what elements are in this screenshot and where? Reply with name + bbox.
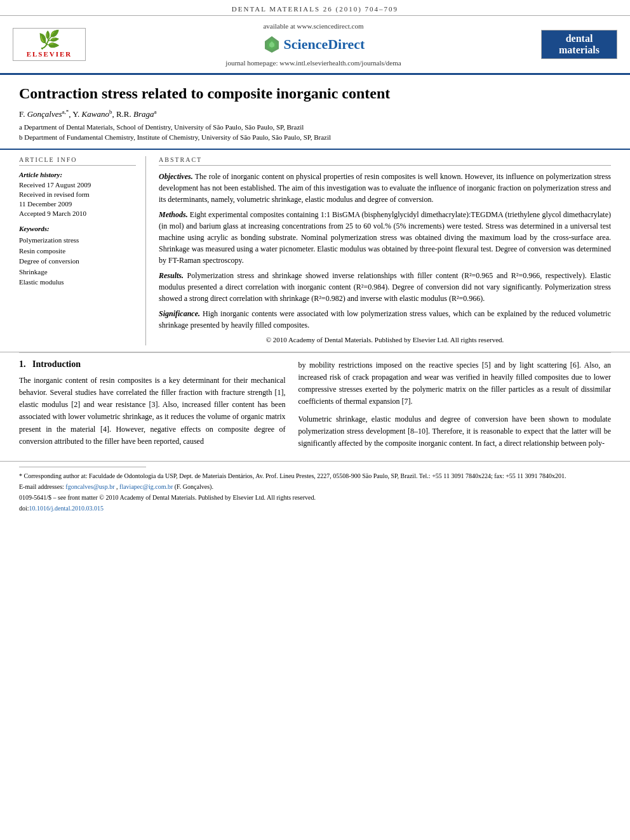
abstract-panel: ABSTRACT Objectives. The role of inorgan… bbox=[159, 156, 611, 345]
abstract-heading: ABSTRACT bbox=[159, 156, 611, 166]
email-suffix: (F. Gonçalves). bbox=[175, 483, 213, 490]
article-title: Contraction stress related to composite … bbox=[19, 85, 611, 102]
objectives-body: The role of inorganic content on physica… bbox=[159, 172, 611, 204]
sciencedirect-icon bbox=[262, 35, 281, 54]
center-banner: available at www.sciencedirect.com Scien… bbox=[86, 22, 541, 67]
results-label: Results. bbox=[159, 271, 184, 280]
elsevier-wordmark: ELSEVIER bbox=[16, 50, 83, 58]
keyword-1: Polymerization stress bbox=[19, 235, 136, 246]
doi-link[interactable]: 10.1016/j.dental.2010.03.015 bbox=[29, 505, 104, 512]
journal-header-text: DENTAL MATERIALS 26 (2010) 704–709 bbox=[232, 5, 398, 13]
dental-materials-label: dentalmaterials bbox=[544, 33, 614, 55]
abstract-significance: Significance. High inorganic contents we… bbox=[159, 308, 611, 331]
sciencedirect-text: ScienceDirect bbox=[284, 36, 365, 53]
section-title: Introduction bbox=[32, 359, 81, 369]
results-body: Polymerization stress and shrinkage show… bbox=[159, 271, 611, 303]
email-label: E-mail addresses: bbox=[19, 483, 64, 490]
abstract-copyright: © 2010 Academy of Dental Materials. Publ… bbox=[159, 335, 611, 345]
keywords-label: Keywords: bbox=[19, 225, 136, 232]
sciencedirect-logo: ScienceDirect bbox=[262, 35, 365, 54]
affiliation-b: b Department of Fundamental Chemistry, I… bbox=[19, 133, 611, 141]
methods-label: Methods. bbox=[159, 210, 188, 219]
authors-line: F. Gonçalvesa,*, Y. Kawanob, R.R. Bragaa bbox=[19, 109, 611, 119]
email-2-link[interactable]: flaviapec@ig.com.br bbox=[119, 483, 173, 490]
significance-body: High inorganic contents were associated … bbox=[159, 309, 611, 330]
received-revised-date: 11 December 2009 bbox=[19, 200, 136, 208]
intro-p1-text: The inorganic content of resin composite… bbox=[19, 375, 286, 448]
email-line: E-mail addresses: fgoncalves@usp.br , fl… bbox=[19, 482, 611, 491]
journal-homepage: journal homepage: www.intl.elsevierhealt… bbox=[98, 59, 528, 67]
email-1-link[interactable]: fgoncalves@usp.br bbox=[65, 483, 114, 490]
abstract-methods: Methods. Eight experimental composites c… bbox=[159, 209, 611, 266]
keyword-5: Elastic modulus bbox=[19, 277, 136, 288]
elsevier-logo: 🌿 ELSEVIER bbox=[13, 28, 86, 61]
abstract-text: Objectives. The role of inorganic conten… bbox=[159, 171, 611, 345]
methods-body: Eight experimental composites containing… bbox=[159, 210, 611, 265]
intro-right-p1: by mobility restrictions imposed on the … bbox=[298, 359, 611, 408]
available-text: available at www.sciencedirect.com bbox=[98, 22, 528, 30]
section-number: 1. bbox=[19, 359, 26, 369]
section-heading: 1. Introduction bbox=[19, 359, 286, 370]
footnote-divider bbox=[19, 467, 146, 467]
corresponding-author-note: * Corresponding author at: Faculdade de … bbox=[19, 471, 611, 481]
received-revised-label: Received in revised form bbox=[19, 190, 136, 198]
intro-paragraph-right-1: by mobility restrictions imposed on the … bbox=[298, 359, 611, 450]
body-section: 1. Introduction The inorganic content of… bbox=[0, 353, 630, 461]
history-label: Article history: bbox=[19, 171, 136, 178]
doi-line: doi:10.1016/j.dental.2010.03.015 bbox=[19, 503, 611, 513]
article-info-panel: ARTICLE INFO Article history: Received 1… bbox=[19, 156, 146, 345]
abstract-results: Results. Polymerization stress and shrin… bbox=[159, 270, 611, 304]
received-1: Received 17 August 2009 bbox=[19, 181, 136, 189]
keywords-list: Polymerization stress Resin composite De… bbox=[19, 235, 136, 288]
accepted-date: Accepted 9 March 2010 bbox=[19, 210, 136, 217]
body-right: by mobility restrictions imposed on the … bbox=[298, 359, 611, 455]
top-banner: 🌿 ELSEVIER available at www.sciencedirec… bbox=[0, 16, 630, 75]
article-info-heading: ARTICLE INFO bbox=[19, 156, 136, 166]
abstract-objectives: Objectives. The role of inorganic conten… bbox=[159, 171, 611, 205]
journal-header: DENTAL MATERIALS 26 (2010) 704–709 bbox=[0, 0, 630, 16]
dental-materials-logo: dentalmaterials bbox=[541, 30, 617, 58]
significance-label: Significance. bbox=[159, 309, 200, 318]
keyword-3: Degree of conversion bbox=[19, 256, 136, 267]
article-title-section: Contraction stress related to composite … bbox=[0, 75, 630, 150]
doi-text: doi: bbox=[19, 505, 29, 512]
keyword-4: Shrinkage bbox=[19, 267, 136, 277]
footnote-section: * Corresponding author at: Faculdade de … bbox=[0, 461, 630, 519]
intro-right-p2: Volumetric shrinkage, elastic modulus an… bbox=[298, 413, 611, 450]
keyword-2: Resin composite bbox=[19, 246, 136, 257]
elsevier-tree-icon: 🌿 bbox=[16, 31, 83, 49]
body-left: 1. Introduction The inorganic content of… bbox=[19, 359, 286, 455]
affiliation-a: a Department of Dental Materials, School… bbox=[19, 123, 611, 131]
license-line: 0109-5641/$ – see front matter © 2010 Ac… bbox=[19, 493, 611, 502]
intro-paragraph-1: The inorganic content of resin composite… bbox=[19, 375, 286, 448]
objectives-label: Objectives. bbox=[159, 172, 193, 181]
article-info-abstract: ARTICLE INFO Article history: Received 1… bbox=[0, 150, 630, 352]
